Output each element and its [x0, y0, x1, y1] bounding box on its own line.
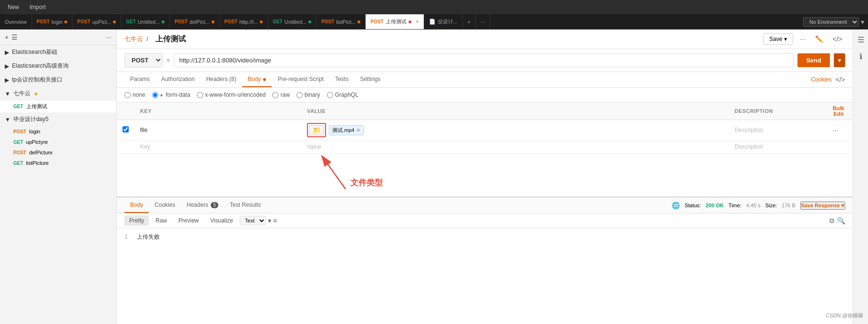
empty-desc-cell [729, 141, 824, 153]
wrap-lines-button[interactable]: ≡ [273, 217, 277, 224]
radio-raw[interactable] [272, 92, 278, 98]
file-remove-icon[interactable]: ✕ [356, 127, 360, 133]
row-more-button[interactable]: ··· [830, 125, 841, 135]
tab-headers[interactable]: Headers (8) [200, 72, 242, 87]
tab-untitled1[interactable]: GET Untitled... [121, 14, 170, 29]
sidebar-filter-button[interactable]: ☰ [11, 33, 18, 41]
th-value: VALUE [301, 102, 729, 120]
edit-icon[interactable]: ✏️ [812, 34, 826, 44]
tab-prerequest[interactable]: Pre-request Script [272, 72, 329, 87]
tab-close-icon[interactable]: ✕ [415, 19, 419, 24]
tab-authorization[interactable]: Authorization [155, 72, 200, 87]
description-input[interactable] [735, 127, 818, 133]
tab-dot [162, 20, 164, 23]
send-button[interactable]: Send [797, 53, 830, 67]
url-input[interactable] [174, 53, 794, 67]
copy-response-button[interactable]: ⧉ [829, 217, 834, 225]
cookies-link[interactable]: Cookies [811, 76, 831, 83]
tab-settings[interactable]: Settings [354, 72, 386, 87]
code-snippet-icon[interactable]: </> [836, 76, 845, 83]
content-area: 七牛云 / 上传测试 Save ▾ ··· ✏️ </> POST ▾ Send [117, 30, 853, 324]
response-subtab-raw[interactable]: Raw [151, 215, 172, 226]
sidebar-item-tp-meeting[interactable]: ▶ tp会议控制相关接口 [0, 73, 116, 87]
sidebar-add-button[interactable]: + [5, 33, 9, 41]
tab-delpict[interactable]: POST delPict... [170, 14, 219, 29]
key-input[interactable] [140, 127, 296, 133]
tab-listpict[interactable]: POST listPict... [317, 14, 366, 29]
radio-graphql[interactable] [327, 92, 333, 98]
sidebar-item-delpicture[interactable]: POST delPicture [0, 147, 116, 158]
radio-label: form-data [166, 91, 190, 98]
tab-http[interactable]: POST http://l... [220, 14, 268, 29]
empty-desc-input[interactable] [735, 143, 818, 150]
sidebar-item-listpicture[interactable]: GET listPicture [0, 158, 116, 168]
tab-dot [308, 20, 311, 23]
radio-formdata[interactable] [152, 92, 158, 98]
sidebar-item-upload-test[interactable]: GET 上传测试 [0, 101, 116, 112]
tab-untitled2[interactable]: GET Untitled... [268, 14, 317, 29]
response-subtab-pretty[interactable]: Pretty [124, 215, 149, 226]
sidebar-item-elasticsearch-advanced[interactable]: ▶ Elasticsearch高级查询 [0, 59, 116, 73]
format-dropdown-button[interactable]: ▾ [268, 217, 271, 224]
annotation-text: 文件类型 [350, 177, 383, 188]
method-select[interactable]: POST [124, 53, 163, 68]
radio-label: GraphQL [335, 91, 358, 98]
file-name: 测试.mp4 [332, 127, 354, 134]
response-tab-headers[interactable]: Headers 5 [181, 198, 224, 213]
import-button[interactable]: Import [26, 3, 50, 11]
send-dropdown-button[interactable]: ▾ [834, 53, 845, 67]
env-chevron-icon[interactable]: ▾ [861, 18, 864, 26]
tab-upload-test[interactable]: POST 上传测试 ✕ [366, 14, 424, 29]
breadcrumb-parent: 七牛云 [124, 35, 143, 42]
file-chip: 测试.mp4 ✕ [329, 125, 364, 135]
save-response-button[interactable]: Save Response ▾ [800, 202, 845, 210]
body-option-raw[interactable]: raw [272, 91, 289, 98]
response-actions: ⧉ 🔍 [829, 217, 845, 225]
body-option-none[interactable]: none [124, 91, 145, 98]
code-icon[interactable]: </> [830, 34, 845, 44]
body-option-graphql[interactable]: GraphQL [327, 91, 358, 98]
tab-overview[interactable]: Overview [0, 14, 32, 29]
tab-label: listPict... [336, 19, 356, 25]
radio-binary[interactable] [296, 92, 303, 98]
response-tab-test-results[interactable]: Test Results [224, 198, 266, 213]
response-tab-body[interactable]: Body [124, 198, 149, 213]
sidebar-item-qiniuyun[interactable]: ▼ 七牛云 ★ [0, 87, 116, 101]
tab-tests[interactable]: Tests [329, 72, 354, 87]
response-subtab-preview[interactable]: Preview [174, 215, 204, 226]
bulk-edit-button[interactable]: Bulk Edit [830, 105, 847, 117]
radio-none[interactable] [124, 92, 131, 98]
format-select[interactable]: Text [240, 216, 266, 225]
new-button[interactable]: New [4, 3, 23, 11]
radio-urlencoded[interactable] [197, 92, 203, 98]
save-button[interactable]: Save ▾ [763, 33, 793, 45]
search-response-button[interactable]: 🔍 [837, 217, 845, 225]
tab-body[interactable]: Body [242, 72, 272, 87]
th-key: KEY [134, 102, 301, 120]
radio-label: none [133, 91, 145, 98]
tab-add[interactable]: + [463, 14, 476, 29]
sidebar-item-elasticsearch-basic[interactable]: ▶ Elasticsearch基础 [0, 45, 116, 59]
tab-params[interactable]: Params [124, 72, 155, 87]
response-subtab-visualize[interactable]: Visualize [205, 215, 238, 226]
tab-more[interactable]: ··· [476, 14, 490, 29]
body-option-binary[interactable]: binary [296, 91, 320, 98]
sidebar-item-graduation-day5[interactable]: ▼ 毕业设计day5 [0, 112, 116, 126]
sidebar-more-button[interactable]: ··· [106, 33, 112, 41]
tab-login[interactable]: POST login [32, 14, 72, 29]
body-option-urlencoded[interactable]: x-www-form-urlencoded [197, 91, 266, 98]
response-tab-cookies[interactable]: Cookies [149, 198, 181, 213]
empty-key-input[interactable] [140, 143, 296, 150]
sidebar-item-login[interactable]: POST login [0, 126, 116, 137]
more-actions-button[interactable]: ··· [797, 34, 808, 44]
env-selector[interactable]: No Environment [803, 17, 859, 27]
tab-file[interactable]: 📄 业设计... [424, 14, 463, 29]
tab-uppict[interactable]: POST upPict... [72, 14, 121, 29]
sidebar-item-uppictyre[interactable]: GET upPictyre [0, 137, 116, 147]
settings-icon[interactable]: ☰ [856, 33, 866, 46]
row-checkbox[interactable] [123, 126, 129, 132]
info-icon[interactable]: ℹ [858, 50, 864, 63]
file-select-button[interactable]: 📁 [309, 125, 324, 135]
empty-value-input[interactable] [307, 143, 723, 150]
body-option-formdata[interactable]: ● form-data [152, 91, 190, 98]
